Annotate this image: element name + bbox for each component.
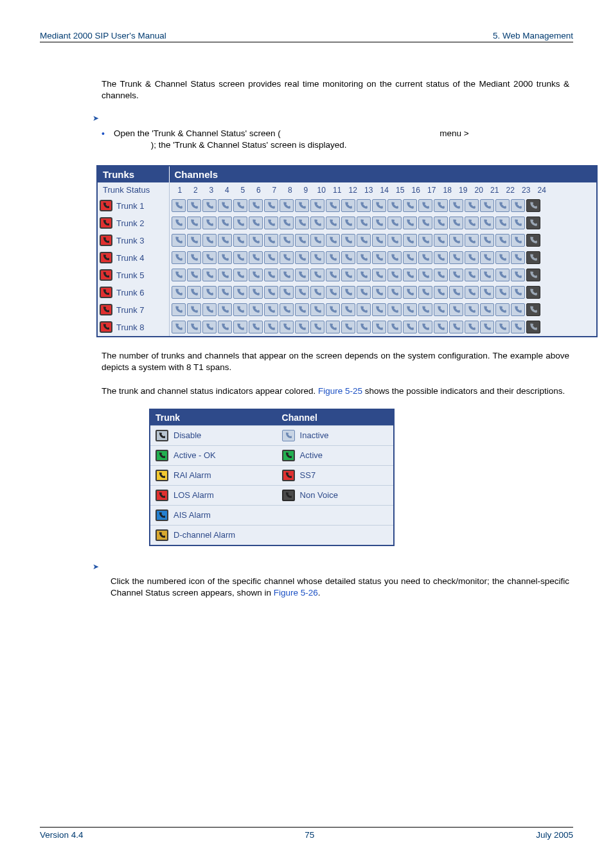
- channel-cell-4-19[interactable]: [449, 251, 463, 264]
- channel-cell-7-4[interactable]: [218, 303, 232, 316]
- channel-cell-7-15[interactable]: [387, 303, 402, 316]
- channel-cell-7-3[interactable]: [202, 303, 217, 316]
- channel-cell-8-10[interactable]: [310, 321, 324, 333]
- channel-cell-1-1[interactable]: [172, 199, 186, 212]
- channel-cell-6-4[interactable]: [218, 286, 232, 299]
- channel-cell-6-8[interactable]: [280, 286, 294, 299]
- channel-cell-4-20[interactable]: [465, 251, 479, 264]
- channel-cell-5-4[interactable]: [218, 269, 232, 281]
- channel-cell-6-1[interactable]: [172, 286, 186, 299]
- trunk-status-led[interactable]: [100, 200, 112, 211]
- channel-cell-8-14[interactable]: [372, 321, 386, 333]
- channel-cell-1-7[interactable]: [264, 199, 278, 212]
- channel-cell-1-3[interactable]: [202, 199, 217, 212]
- channel-cell-2-21[interactable]: [480, 217, 494, 229]
- channel-cell-3-24[interactable]: [526, 234, 540, 247]
- trunk-status-led[interactable]: [100, 287, 112, 298]
- channel-cell-5-22[interactable]: [495, 269, 510, 281]
- channel-cell-6-14[interactable]: [372, 286, 386, 299]
- channel-cell-3-12[interactable]: [341, 234, 355, 247]
- channel-cell-8-3[interactable]: [202, 321, 217, 333]
- channel-cell-3-18[interactable]: [434, 234, 448, 247]
- trunk-status-led[interactable]: [100, 321, 112, 333]
- channel-cell-5-15[interactable]: [387, 269, 402, 281]
- channel-cell-4-5[interactable]: [233, 251, 247, 264]
- channel-cell-5-14[interactable]: [372, 269, 386, 281]
- channel-cell-6-17[interactable]: [418, 286, 432, 299]
- channel-cell-3-15[interactable]: [387, 234, 402, 247]
- channel-cell-3-8[interactable]: [280, 234, 294, 247]
- channel-cell-6-18[interactable]: [434, 286, 448, 299]
- channel-cell-8-11[interactable]: [326, 321, 340, 333]
- figure-5-25-link[interactable]: Figure 5-25: [318, 386, 362, 396]
- channel-cell-2-17[interactable]: [418, 217, 432, 229]
- channel-cell-1-11[interactable]: [326, 199, 340, 212]
- channel-cell-6-21[interactable]: [480, 286, 494, 299]
- channel-cell-4-6[interactable]: [249, 251, 263, 264]
- channel-cell-6-9[interactable]: [295, 286, 309, 299]
- channel-cell-8-1[interactable]: [172, 321, 186, 333]
- channel-cell-5-6[interactable]: [249, 269, 263, 281]
- channel-cell-8-16[interactable]: [403, 321, 417, 333]
- channel-cell-2-3[interactable]: [202, 217, 217, 229]
- channel-cell-7-24[interactable]: [526, 303, 540, 316]
- channel-cell-3-22[interactable]: [495, 234, 510, 247]
- channel-cell-8-20[interactable]: [465, 321, 479, 333]
- trunk-status-led[interactable]: [100, 235, 112, 246]
- channel-cell-2-7[interactable]: [264, 217, 278, 229]
- channel-cell-6-7[interactable]: [264, 286, 278, 299]
- channel-cell-3-1[interactable]: [172, 234, 186, 247]
- channel-cell-4-18[interactable]: [434, 251, 448, 264]
- channel-cell-4-17[interactable]: [418, 251, 432, 264]
- channel-cell-5-20[interactable]: [465, 269, 479, 281]
- channel-cell-8-21[interactable]: [480, 321, 494, 333]
- channel-cell-2-13[interactable]: [357, 217, 371, 229]
- channel-cell-5-13[interactable]: [357, 269, 371, 281]
- channel-cell-1-8[interactable]: [280, 199, 294, 212]
- channel-cell-1-20[interactable]: [465, 199, 479, 212]
- channel-cell-4-15[interactable]: [387, 251, 402, 264]
- channel-cell-1-14[interactable]: [372, 199, 386, 212]
- channel-cell-6-2[interactable]: [187, 286, 201, 299]
- channel-cell-4-7[interactable]: [264, 251, 278, 264]
- channel-cell-2-19[interactable]: [449, 217, 463, 229]
- channel-cell-5-17[interactable]: [418, 269, 432, 281]
- channel-cell-7-12[interactable]: [341, 303, 355, 316]
- channel-cell-7-6[interactable]: [249, 303, 263, 316]
- channel-cell-4-24[interactable]: [526, 251, 540, 264]
- channel-cell-1-21[interactable]: [480, 199, 494, 212]
- channel-cell-2-15[interactable]: [387, 217, 402, 229]
- channel-cell-7-11[interactable]: [326, 303, 340, 316]
- trunk-status-led[interactable]: [100, 304, 112, 315]
- channel-cell-5-16[interactable]: [403, 269, 417, 281]
- channel-cell-8-12[interactable]: [341, 321, 355, 333]
- channel-cell-7-5[interactable]: [233, 303, 247, 316]
- channel-cell-7-22[interactable]: [495, 303, 510, 316]
- channel-cell-2-22[interactable]: [495, 217, 510, 229]
- channel-cell-7-20[interactable]: [465, 303, 479, 316]
- figure-5-26-link[interactable]: Figure 5-26: [274, 588, 318, 598]
- channel-cell-3-6[interactable]: [249, 234, 263, 247]
- channel-cell-7-8[interactable]: [280, 303, 294, 316]
- channel-cell-2-4[interactable]: [218, 217, 232, 229]
- channel-cell-7-21[interactable]: [480, 303, 494, 316]
- channel-cell-5-2[interactable]: [187, 269, 201, 281]
- channel-cell-1-22[interactable]: [495, 199, 510, 212]
- channel-cell-7-1[interactable]: [172, 303, 186, 316]
- channel-cell-8-23[interactable]: [511, 321, 525, 333]
- channel-cell-7-18[interactable]: [434, 303, 448, 316]
- channel-cell-6-19[interactable]: [449, 286, 463, 299]
- channel-cell-4-3[interactable]: [202, 251, 217, 264]
- channel-cell-7-14[interactable]: [372, 303, 386, 316]
- channel-cell-5-24[interactable]: [526, 269, 540, 281]
- channel-cell-8-8[interactable]: [280, 321, 294, 333]
- channel-cell-6-6[interactable]: [249, 286, 263, 299]
- channel-cell-2-20[interactable]: [465, 217, 479, 229]
- trunk-status-led[interactable]: [100, 252, 112, 263]
- channel-cell-1-13[interactable]: [357, 199, 371, 212]
- channel-cell-5-19[interactable]: [449, 269, 463, 281]
- channel-cell-2-5[interactable]: [233, 217, 247, 229]
- channel-cell-3-13[interactable]: [357, 234, 371, 247]
- channel-cell-5-23[interactable]: [511, 269, 525, 281]
- channel-cell-1-19[interactable]: [449, 199, 463, 212]
